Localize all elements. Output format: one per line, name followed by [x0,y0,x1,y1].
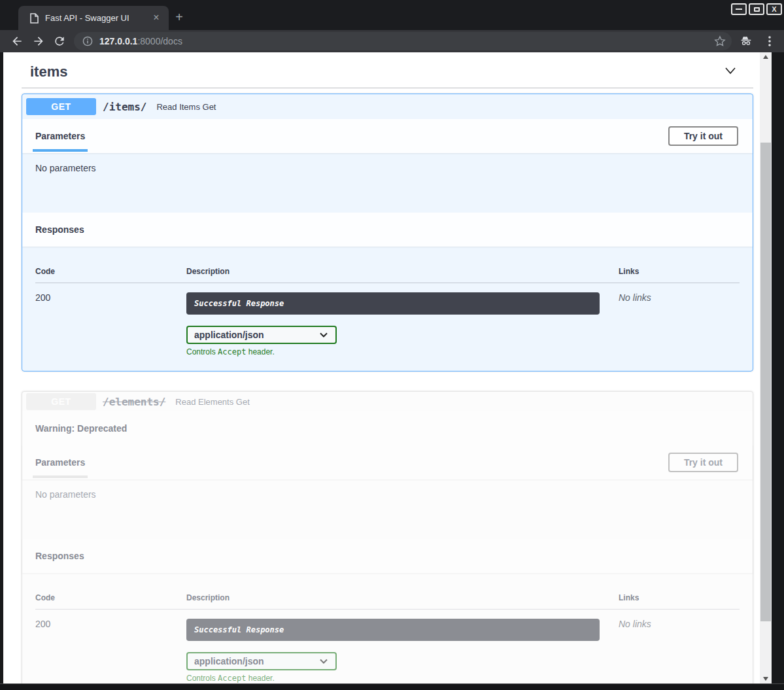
responses-header: Responses [22,539,753,573]
opblock-get-elements-deprecated: GET /elements/ Read Elements Get Warning… [22,391,753,683]
accept-header-note: Controls Accept header. [186,674,619,683]
browser-tab[interactable]: Fast API - Swagger UI × [18,6,169,30]
menu-dots-icon [764,35,775,48]
active-tab-underline [33,149,88,152]
tab-close-icon[interactable]: × [150,12,162,24]
forward-icon [32,35,45,48]
responses-table: Code Description Links 200 Successful Re… [35,586,740,683]
try-it-out-button[interactable]: Try it out [668,453,738,472]
tag-title: items [30,63,67,80]
back-button[interactable] [10,35,24,48]
media-type-value: application/json [194,656,264,666]
forward-button[interactable] [32,35,45,48]
operation-path: /elements/ [103,396,165,408]
operation-summary[interactable]: GET /elements/ Read Elements Get [22,392,753,411]
new-tab-button[interactable]: + [172,10,186,25]
section-divider [22,88,753,88]
back-icon [10,35,24,48]
opblock-get-items: GET /items/ Read Items Get Parameters Tr… [22,94,753,371]
table-row: 200 Successful Response application/json… [35,610,740,683]
method-badge: GET [26,98,96,115]
minimize-button[interactable] [731,3,747,15]
description-column-header: Description [186,593,619,602]
responses-header: Responses [22,213,753,247]
scroll-down-button[interactable] [760,674,772,683]
url-host: 127.0.0.1 [99,36,137,46]
response-description: Successful Response [194,299,284,308]
method-badge: GET [26,393,96,410]
tab-title: Fast API - Swagger UI [45,13,150,23]
media-type-select[interactable]: application/json [186,652,337,670]
code-column-header: Code [35,267,186,276]
address-bar[interactable]: 127.0.0.1:8000/docs [74,32,732,50]
no-parameters-text: No parameters [22,153,753,213]
star-icon [713,35,726,48]
media-type-value: application/json [194,330,264,340]
response-code: 200 [35,292,186,356]
operation-path: /items/ [103,101,146,113]
try-it-out-button[interactable]: Try it out [668,126,738,146]
responses-title: Responses [35,551,84,561]
page-scrollbar[interactable] [760,52,772,683]
close-button[interactable]: X [766,3,782,15]
response-links: No links [619,619,740,683]
links-column-header: Links [619,593,740,602]
code-column-header: Code [35,593,186,602]
maximize-icon [754,7,760,12]
browser-menu-button[interactable] [764,35,775,48]
page-content: items GET /items/ Read Items Get Paramet… [3,52,760,683]
incognito-icon [740,35,753,48]
select-chevron-icon [320,332,328,337]
operation-description: Read Items Get [156,102,216,112]
tag-section-header[interactable]: items [22,58,753,82]
links-column-header: Links [619,267,740,276]
page-favicon-icon [30,13,39,24]
operation-description: Read Elements Get [175,397,249,407]
accept-header-note: Controls Accept header. [186,347,619,356]
parameters-title: Parameters [35,457,85,468]
select-chevron-icon [320,659,328,664]
response-code: 200 [35,619,186,683]
response-description: Successful Response [194,625,284,634]
window-border-right [772,52,784,690]
scroll-down-icon [763,677,768,681]
response-description-box: Successful Response [186,619,600,641]
maximize-button[interactable] [749,3,764,15]
reload-icon [53,35,66,48]
info-icon[interactable] [82,36,93,46]
responses-title: Responses [35,224,84,235]
browser-toolbar: 127.0.0.1:8000/docs [0,30,784,52]
parameters-header: Parameters Try it out [22,445,753,479]
operation-summary[interactable]: GET /items/ Read Items Get [22,94,753,119]
parameters-header: Parameters Try it out [22,119,753,153]
scroll-up-button[interactable] [760,52,772,61]
window-controls: X [731,3,782,15]
scroll-up-icon [763,55,768,59]
table-row: 200 Successful Response application/json… [35,283,740,356]
responses-table-head: Code Description Links [35,586,740,610]
minimize-icon [736,9,742,10]
active-tab-underline [33,475,88,478]
reload-button[interactable] [53,35,66,48]
media-type-select[interactable]: application/json [186,326,337,344]
response-description-box: Successful Response [186,292,600,315]
no-parameters-text: No parameters [22,479,753,539]
scrollbar-thumb[interactable] [760,143,771,621]
chevron-down-icon[interactable] [723,63,738,80]
deprecated-warning: Warning: Deprecated [22,411,753,445]
tab-strip: Fast API - Swagger UI × + X [0,0,784,30]
parameters-title: Parameters [35,131,85,141]
window-border-bottom [0,683,784,690]
responses-table-head: Code Description Links [35,260,740,283]
description-column-header: Description [186,267,619,276]
responses-table: Code Description Links 200 Successful Re… [35,260,740,356]
bookmark-button[interactable] [713,35,726,48]
url-path: :8000/docs [137,36,182,46]
response-links: No links [619,292,740,356]
